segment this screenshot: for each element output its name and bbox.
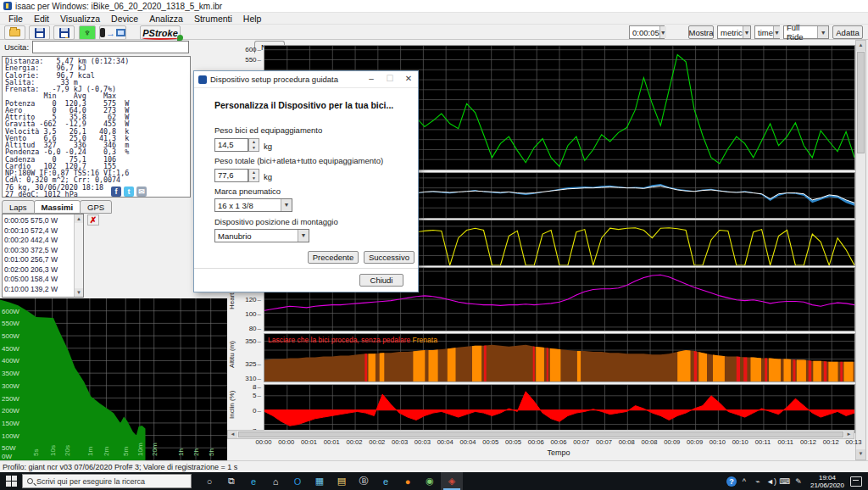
twitter-icon[interactable]: t <box>124 187 134 197</box>
list-item[interactable]: 0:05:00 158,4 W <box>4 275 73 285</box>
uscita-input[interactable] <box>32 41 189 53</box>
taskbar-icon-home[interactable]: ⌂ <box>264 472 287 490</box>
tray-icon-keyboard[interactable]: ⌨ <box>779 477 791 486</box>
mostra-button[interactable]: Mostra <box>688 25 714 39</box>
scroll-down-icon[interactable]: ▼ <box>856 449 865 459</box>
units-select[interactable]: metric▼ <box>717 25 751 39</box>
svg-text:100W: 100W <box>2 432 19 440</box>
taskbar-icon-b-app[interactable]: Ⓑ <box>353 472 375 490</box>
maxima-scrollbar[interactable]: ▲▼ <box>74 214 83 297</box>
slope-chart[interactable] <box>264 384 855 433</box>
previous-button[interactable]: Precedente <box>308 251 359 264</box>
tray-icon-hidden-icons[interactable]: ^ <box>738 477 750 486</box>
taskbar-icon-firefox[interactable]: ● <box>397 472 419 490</box>
dialog-title-bar[interactable]: Dispositivo setup procedura guidata – ☐ … <box>194 71 418 88</box>
xaxis-mode-select[interactable]: time▼ <box>754 25 780 39</box>
menu-item[interactable]: Analizza <box>144 14 188 24</box>
chevron-down-icon: ▼ <box>281 199 292 211</box>
bike-weight-stepper[interactable]: ▲▼ <box>248 138 259 152</box>
total-weight-input[interactable]: 77,6 <box>214 169 248 182</box>
range-select[interactable]: Full Ride▼ <box>783 25 829 39</box>
taskbar-icon-file-explorer[interactable]: ▤ <box>331 472 353 490</box>
interval-select[interactable]: 0:00:05▼ <box>629 25 665 39</box>
taskbar-icon-internet-explorer[interactable]: e <box>375 472 397 490</box>
next-button[interactable]: Successivo <box>364 251 415 264</box>
menu-item[interactable]: Edit <box>29 14 54 24</box>
scroll-right-icon[interactable]: ► <box>844 431 854 438</box>
list-item[interactable]: 0:00:20 442,4 W <box>4 236 73 246</box>
list-item[interactable]: 0:00:10 572,4 W <box>4 226 73 237</box>
axis-tick: 0 <box>253 406 261 414</box>
menu-item[interactable]: File <box>3 14 28 24</box>
svg-text:350W: 350W <box>2 370 19 377</box>
tab-laps[interactable]: Laps <box>2 200 35 214</box>
minimize-button[interactable]: – <box>362 71 381 87</box>
action-center-icon[interactable] <box>850 476 862 487</box>
tab-massimi[interactable]: Massimi <box>34 200 81 214</box>
open-file-button[interactable] <box>4 25 25 40</box>
altitude-axis: 350325310Altitu (m) <box>227 333 263 382</box>
tray-icon-network[interactable]: ⌁ <box>752 477 764 486</box>
list-item[interactable]: 0:00:05 575,0 W <box>4 216 73 226</box>
total-weight-stepper[interactable]: ▲▼ <box>248 169 259 182</box>
svg-text:5s: 5s <box>32 449 40 456</box>
pstroke-button[interactable]: PStroke <box>140 25 181 40</box>
bike-weight-input[interactable]: 14,5 <box>214 138 248 152</box>
save-icon <box>35 28 45 38</box>
tray-icon-help[interactable]: ? <box>726 476 737 487</box>
taskbar-clock[interactable]: 19:0421/06/2020 <box>806 474 849 489</box>
tray-icon-volume[interactable]: ◄) <box>765 477 777 486</box>
start-button[interactable] <box>0 472 22 490</box>
left-tabs: Laps Massimi GPS <box>2 200 111 214</box>
menu-item[interactable]: Help <box>238 14 267 24</box>
time-axis: 00:0000:0000:0100:0100:0200:0200:0300:03… <box>264 438 854 448</box>
mount-position-select[interactable]: Manubrio▼ <box>214 229 309 242</box>
scrollbar-thumb[interactable] <box>238 432 843 437</box>
time-axis-label: Tempo <box>264 448 854 457</box>
altitude-chart[interactable]: Lasciare che la bici proceda, senza peda… <box>264 333 855 382</box>
list-item[interactable]: 0:01:00 256,7 W <box>4 255 73 265</box>
taskbar-icon-chrome[interactable]: ◉ <box>419 472 441 490</box>
save-as-button[interactable] <box>53 25 75 40</box>
list-item[interactable]: 0:00:30 372,5 W <box>4 246 73 256</box>
maxima-list[interactable]: 0:00:05 575,0 W0:00:10 572,4 W0:00:20 44… <box>2 214 84 298</box>
close-button[interactable]: Chiudi <box>359 274 403 287</box>
save-button[interactable] <box>29 25 50 40</box>
usb-connect-button[interactable]: ♆ <box>79 25 96 40</box>
taskbar-icon-isaac[interactable]: ◈ <box>441 472 463 490</box>
menu-item[interactable]: Visualizza <box>55 14 105 24</box>
coasting-warning: Lasciare che la bici proceda, senza peda… <box>268 336 437 344</box>
taskbar-icon-outlook[interactable]: O <box>287 472 309 490</box>
list-item[interactable]: 0:10:00 139,2 W <box>4 285 73 295</box>
menu-item[interactable]: Strumenti <box>189 14 237 24</box>
axis-tick: 350 <box>245 337 261 344</box>
scrollbar-thumb[interactable] <box>857 52 865 153</box>
delete-entry-button[interactable]: ✗ <box>87 214 99 226</box>
menu-bar: FileEditVisualizzaDeviceAnalizzaStrument… <box>0 13 868 25</box>
taskbar-icon-task-view[interactable]: ⧉ <box>220 472 242 490</box>
list-item[interactable]: 0:02:00 206,3 W <box>4 265 73 276</box>
facebook-icon[interactable]: f <box>111 187 121 197</box>
tray-icon-pen[interactable]: ✎ <box>793 477 804 486</box>
open-folder-icon <box>9 29 20 36</box>
tab-gps[interactable]: GPS <box>80 200 112 214</box>
time-tick-label: 00:02 <box>369 438 385 446</box>
scroll-up-icon[interactable]: ▲ <box>856 41 865 51</box>
tire-brand-select[interactable]: 16 x 1 3/8▼ <box>214 198 292 212</box>
arrow-icon: → <box>106 28 115 38</box>
close-icon[interactable]: ✕ <box>399 71 418 87</box>
scroll-up-icon[interactable]: ▲ <box>75 214 83 223</box>
scroll-left-icon[interactable]: ◄ <box>228 431 237 438</box>
taskbar-search[interactable]: Scrivi qui per eseguire la ricerca <box>22 474 192 488</box>
email-icon[interactable]: ✉ <box>136 187 147 197</box>
taskbar-icon-cortana[interactable]: ○ <box>198 472 220 490</box>
taskbar-icon-edge[interactable]: e <box>242 472 264 490</box>
svg-text:450W: 450W <box>2 345 19 353</box>
menu-item[interactable]: Device <box>106 14 143 24</box>
adatta-button[interactable]: Adatta <box>832 25 863 39</box>
vertical-scrollbar[interactable]: ▲▼ <box>855 40 866 460</box>
device-to-pc-button[interactable]: → <box>99 25 126 40</box>
scroll-down-icon[interactable]: ▼ <box>75 288 83 297</box>
taskbar-icon-store[interactable]: ▦ <box>309 472 331 490</box>
svg-text:500W: 500W <box>2 332 19 340</box>
